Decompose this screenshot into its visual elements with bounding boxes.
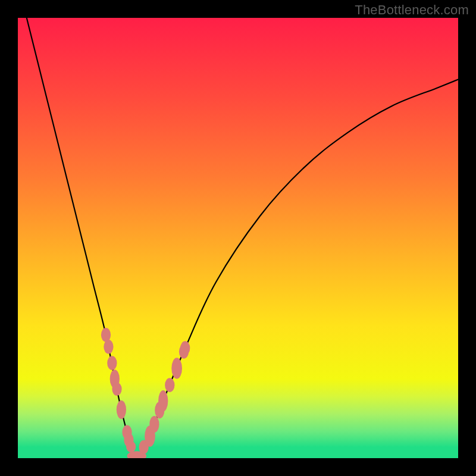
bottleneck-curve	[27, 18, 458, 456]
chart-frame: TheBottleneck.com	[0, 0, 476, 476]
chart-svg	[18, 18, 458, 458]
curve-marker	[171, 358, 182, 379]
curve-marker	[180, 341, 190, 355]
curve-marker	[149, 416, 159, 433]
curve-marker	[112, 383, 121, 396]
curve-marker	[107, 356, 117, 370]
curve-marker	[158, 390, 168, 412]
curve-marker	[165, 378, 174, 392]
curve-marker	[104, 340, 113, 354]
watermark-text: TheBottleneck.com	[355, 2, 469, 18]
curve-markers	[101, 328, 190, 458]
curve-marker	[126, 441, 136, 452]
curve-marker	[117, 400, 126, 419]
plot-area	[18, 18, 458, 458]
